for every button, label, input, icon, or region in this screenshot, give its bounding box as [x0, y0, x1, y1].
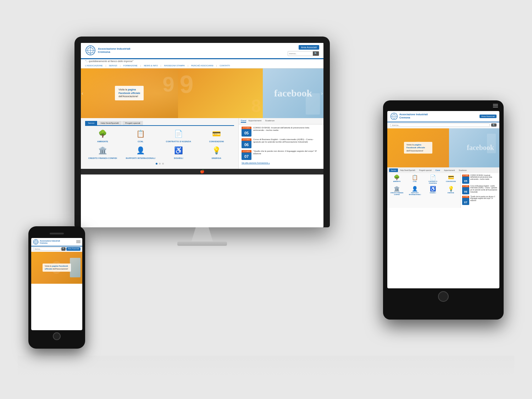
corso-item-3: OTTOBRE 07 "Quello che le parole non dic… [242, 150, 321, 160]
nav-rassegna[interactable]: RASSEGNA STAMPA [164, 65, 185, 67]
service-label: AMBIENTE [97, 140, 108, 143]
site-logo-icon [85, 45, 96, 56]
hero-left: 9 Visita la paginaFacebook ufficialedell… [81, 68, 178, 118]
phone-area-associati-btn[interactable]: Area Associati [66, 247, 81, 251]
corsi-column: Corsi Appuntamenti Scadenze OTTOBRE 05 [238, 118, 323, 169]
service-energia[interactable]: 💡 ENERGIA [199, 145, 234, 159]
services-tabs: Servizi Help Desk/Sportelli Progetti spe… [85, 121, 234, 126]
ccnl-icon: 📋 [135, 128, 146, 139]
tab-servizi-tablet[interactable]: Servizi [389, 168, 398, 172]
tab-progetti-tablet[interactable]: Progetti speciali [417, 168, 433, 172]
hero-next-arrow[interactable]: › [321, 90, 323, 96]
tab-servizi[interactable]: Servizi [85, 121, 97, 125]
service-disabili[interactable]: ♿ DISABILI [161, 145, 196, 159]
tablet-btn-area-associati[interactable]: Area Associati [480, 115, 497, 118]
btn-area-associati[interactable]: Area Associati [299, 45, 319, 50]
phone-hamburger[interactable] [76, 240, 81, 243]
service-contratto[interactable]: 📄 CONTRATTO D'AGENZIA [161, 128, 196, 143]
tablet-service-disabili[interactable]: ♿ DISABILI [425, 186, 441, 195]
tab-appuntamenti-tablet[interactable]: Appuntamenti [442, 168, 457, 172]
tab-helpdesk[interactable]: Help Desk/Sportelli [98, 121, 122, 125]
tablet-service-energia[interactable]: 💡 ENERGIA [443, 186, 459, 195]
corso-text-2: Corso di Business English - Livello inte… [253, 138, 321, 144]
tablet-services-grid2: 🏛️ CREDITO FINANZA CONFIDI 👤 RAPPORTI IN… [389, 186, 459, 195]
monitor-bottom-bar: 🍎 [81, 169, 323, 174]
tab-helpdesk-tablet[interactable]: Help Desk/Sportelli [398, 168, 417, 172]
tablet-corso-2: OTTOBRE 06 Corso di Business English - L… [462, 185, 498, 194]
tablet-logo-area: Associazione Industriali Cremona [390, 112, 428, 120]
phone-fb-box: Visita la pagina Facebook ufficiale dell… [43, 264, 71, 272]
corso-item-2: OTTOBRE 06 Corso di Business English - L… [242, 138, 321, 148]
nav-news[interactable]: NEWS & INFO [144, 65, 158, 67]
tab-scadenze-tablet[interactable]: Scadenze [457, 168, 468, 172]
tablet: Associazione Industriali Cremona Area As… [383, 100, 504, 320]
surface-reflection [18, 356, 514, 377]
tablet-search-btn[interactable]: 🔍 [491, 123, 497, 127]
tablet-fb-box: Visita la pagina Facebook ufficiale dell… [404, 142, 432, 154]
phone: Associazione Industriali Cremona 🔍 Area … [28, 226, 85, 349]
dot-1[interactable] [156, 163, 157, 165]
service-label: CONVENZIONI [209, 140, 224, 143]
tab-appuntamenti[interactable]: Appuntamenti [247, 120, 263, 123]
service-label: CONTRATTO D'AGENZIA [166, 140, 191, 143]
monitor-frame: Associazione Industriali Cremona Area As… [74, 37, 330, 227]
tablet-service-credito[interactable]: 🏛️ CREDITO FINANZA CONFIDI [389, 186, 405, 195]
tablet-home-btn[interactable] [438, 291, 449, 302]
dot-3[interactable] [162, 163, 164, 165]
tab-scadenze[interactable]: Scadenze [264, 120, 276, 123]
tablet-corso-date-3: OTTOBRE 07 [462, 196, 469, 205]
service-label: CREDITO FINANZA CONFIDI [88, 157, 117, 159]
tab-corsi[interactable]: Corsi [241, 120, 246, 123]
phone-search-row: 🔍 Area Associati [31, 246, 82, 252]
nav-contatti[interactable]: CONTATTI [220, 65, 230, 67]
search-input[interactable] [288, 52, 313, 55]
nav-servizi[interactable]: SERVIZI [109, 65, 117, 67]
apple-logo: 🍎 [200, 170, 204, 173]
hero-prev-arrow[interactable]: ‹ [82, 90, 83, 96]
phone-header: Associazione Industriali Cremona [31, 238, 82, 246]
site-nav: L'ASSOCIAZIONE | SERVIZI | FORMAZIONE | … [81, 63, 323, 68]
tablet-service-convenzioni[interactable]: 💳 CONVENZIONI [443, 174, 459, 184]
tablet-hero-right: facebook [449, 128, 499, 167]
nav-lassociazione[interactable]: L'ASSOCIAZIONE [85, 65, 103, 67]
tab-corsi-tablet[interactable]: Corsi [434, 168, 442, 172]
disabili-icon: ♿ [173, 145, 184, 156]
nav-formazione[interactable]: FORMAZIONE [123, 65, 138, 67]
site-tagline: "... quotidianamente al fianco delle imp… [81, 59, 323, 63]
corsi-section: OTTOBRE 05 CORSO DI BASE: Incaricati del… [239, 124, 323, 166]
service-convenzioni[interactable]: 💳 CONVENZIONI [199, 128, 234, 143]
phone-search-btn[interactable]: 🔍 [61, 247, 66, 251]
phone-home-btn[interactable] [53, 332, 61, 340]
service-ccnl[interactable]: 📋 CCNL [123, 128, 158, 143]
corsi-subtabs: Corsi Appuntamenti Scadenze [239, 118, 323, 124]
search-button[interactable]: 🔍 [313, 51, 319, 56]
service-credito[interactable]: 🏛️ CREDITO FINANZA CONFIDI [85, 145, 120, 159]
tablet-search-row: 🔍 [387, 122, 499, 128]
phone-search-input[interactable] [33, 247, 61, 251]
tablet-service-ccnl[interactable]: 📋 CCNL [407, 174, 423, 184]
services-grid: 🌳 AMBIENTE 📋 CCNL 📄 CONTRATTO D'AGENZIA [85, 128, 234, 143]
tablet-corso-text-2: Corso di Business English - Livello inte… [470, 185, 498, 194]
services-column: Servizi Help Desk/Sportelli Progetti spe… [81, 118, 238, 169]
monitor-stand [192, 227, 213, 242]
site-logo-area: Associazione Industriali Cremona [85, 45, 131, 56]
phone-logo-text: Associazione Industriali Cremona [40, 240, 60, 244]
tablet-service-ambiente[interactable]: 🌳 AMBIENTE [389, 174, 405, 184]
formazione-link[interactable]: Vai alla sezione Formazione » [242, 162, 321, 164]
service-rapporti[interactable]: 👤 RAPPORTI INTERNAZIONALI [123, 145, 158, 159]
corso-text-1: CORSO DI BASE: Incaricati dell'attività … [253, 127, 321, 132]
tablet-corso-date-1: OTTOBRE 05 [462, 174, 469, 184]
tablet-service-rapporti[interactable]: 👤 RAPPORTI INTERNAZIONALI [407, 186, 423, 195]
site-search-bar[interactable]: 🔍 [288, 51, 319, 56]
nav-perche[interactable]: PERCHÉ ASSOCIARSI [191, 65, 214, 67]
corso-date-3: OTTOBRE 07 [242, 150, 251, 160]
tablet-menu-hamburger[interactable] [493, 104, 498, 107]
tab-progetti[interactable]: Progetti speciali [122, 121, 143, 125]
tablet-search-input[interactable] [390, 123, 490, 127]
service-ambiente[interactable]: 🌳 AMBIENTE [85, 128, 120, 143]
dot-2[interactable] [159, 163, 161, 165]
hero-right: facebook [263, 68, 323, 118]
site-header-right: Area Associati 🔍 [288, 45, 319, 56]
tablet-service-contratto[interactable]: 📄 CONTRATTO D'AGENZIA [425, 174, 441, 184]
tablet-services-grid1: 🌳 AMBIENTE 📋 CCNL 📄 CONTRATTO D'AGENZIA [389, 174, 459, 184]
